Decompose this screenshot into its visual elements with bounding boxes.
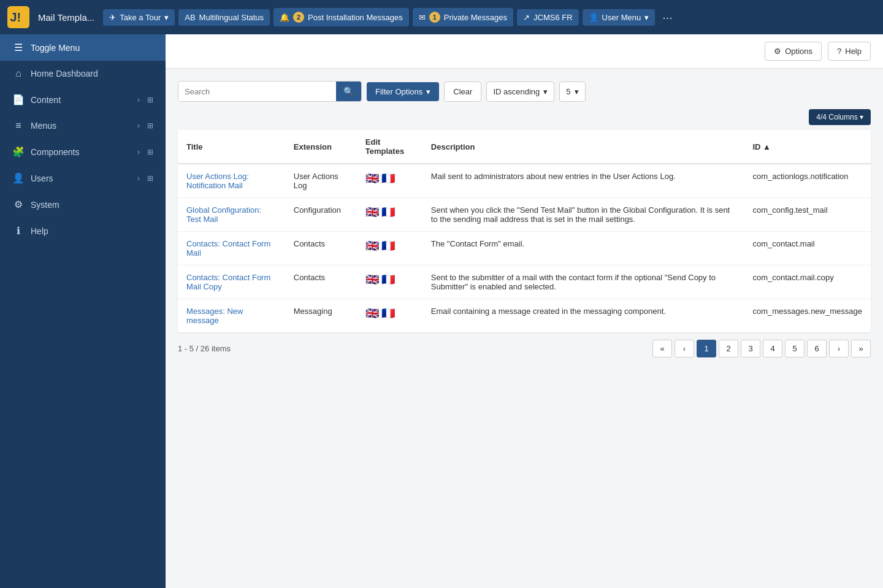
page-button[interactable]: 6 (807, 340, 827, 357)
jcms-button[interactable]: ↗ JCMS6 FR (517, 9, 579, 26)
private-messages-button[interactable]: ✉ 1 Private Messages (413, 8, 513, 26)
multilingual-icon: AB (185, 13, 195, 22)
search-input[interactable] (178, 82, 336, 101)
clear-button[interactable]: Clear (444, 82, 481, 102)
menus-icon: ≡ (12, 120, 25, 131)
sidebar-item-users[interactable]: 👤 Users › ⊞ (0, 165, 166, 191)
th-edit-templates[interactable]: Edit Templates (357, 130, 422, 164)
page-title: Mail Templa... (38, 12, 94, 23)
page-button[interactable]: ‹ (675, 340, 694, 357)
sidebar-item-home-dashboard[interactable]: ⌂ Home Dashboard (0, 61, 166, 86)
grid-icon: ⊞ (147, 121, 153, 130)
user-icon: 👤 (589, 13, 598, 22)
cell-extension: Configuration (285, 198, 357, 232)
flag-icon: 🇫🇷 (381, 307, 395, 320)
title-link[interactable]: Contacts: Contact Form Mail (186, 239, 270, 258)
items-per-page-select[interactable]: 5 ▾ (559, 82, 585, 102)
sidebar-item-menus[interactable]: ≡ Menus › ⊞ (0, 113, 166, 139)
page-button[interactable]: 2 (719, 340, 738, 357)
help-button[interactable]: ? Help (828, 42, 871, 61)
cell-id: com_contact.mail.copy (744, 265, 871, 299)
gear-icon: ⚙ (774, 47, 781, 56)
page-button[interactable]: 4 (763, 340, 782, 357)
more-options-button[interactable]: ··· (659, 8, 676, 27)
grid-icon: ⊞ (147, 148, 153, 156)
joomla-logo-icon: J! (7, 6, 29, 28)
flag-icon: 🇬🇧 (365, 172, 379, 185)
multilingual-status-button[interactable]: AB Multilingual Status (178, 9, 270, 26)
svg-text:J!: J! (10, 10, 21, 24)
title-link[interactable]: Contacts: Contact Form Mail Copy (186, 273, 270, 291)
title-link[interactable]: Messages: New message (186, 307, 243, 325)
cell-flags: 🇬🇧 🇫🇷 (357, 164, 422, 198)
sidebar-item-content[interactable]: 📄 Content › ⊞ (0, 86, 166, 113)
filter-row: 🔍 Filter Options ▾ Clear ID ascending ▾ … (178, 81, 871, 102)
take-tour-button[interactable]: ✈ Take a Tour ▾ (103, 9, 175, 26)
sidebar-item-label: Toggle Menu (31, 43, 153, 53)
page-button[interactable]: 5 (785, 340, 805, 357)
search-button[interactable]: 🔍 (336, 82, 361, 101)
page-button[interactable]: » (851, 340, 871, 357)
cell-title: Messages: New message (178, 299, 285, 333)
cell-flags: 🇬🇧 🇫🇷 (357, 265, 422, 299)
sidebar-item-toggle-menu[interactable]: ☰ Toggle Menu (0, 34, 166, 61)
search-icon: 🔍 (343, 86, 354, 96)
th-title[interactable]: Title (178, 130, 285, 164)
filter-options-button[interactable]: Filter Options ▾ (367, 82, 439, 101)
cell-description: Email containing a message created in th… (422, 299, 744, 333)
chevron-down-icon: ▾ (644, 13, 649, 22)
user-menu-button[interactable]: 👤 User Menu ▾ (583, 9, 656, 26)
th-description[interactable]: Description (422, 130, 744, 164)
hamburger-icon: ☰ (12, 42, 25, 53)
flag-icon: 🇫🇷 (381, 239, 395, 253)
cell-id: com_actionlogs.notification (744, 164, 871, 198)
cell-flags: 🇬🇧 🇫🇷 (357, 232, 422, 265)
cell-description: Sent when you click the "Send Test Mail"… (422, 198, 744, 232)
content-area: 🔍 Filter Options ▾ Clear ID ascending ▾ … (166, 69, 883, 377)
post-install-button[interactable]: 🔔 2 Post Installation Messages (273, 8, 409, 26)
th-id[interactable]: ID ▲ (744, 130, 871, 164)
cell-flags: 🇬🇧 🇫🇷 (357, 198, 422, 232)
home-icon: ⌂ (12, 68, 25, 79)
pagination-row: 1 - 5 / 26 items «‹123456›» (178, 332, 871, 365)
system-icon: ⚙ (12, 199, 25, 210)
table-row: Global Configuration: Test Mail Configur… (178, 198, 871, 232)
page-button[interactable]: « (652, 340, 672, 357)
pagination: «‹123456›» (652, 340, 871, 357)
page-button[interactable]: 1 (697, 340, 716, 357)
cell-description: Mail sent to administrators about new en… (422, 164, 744, 198)
bell-icon: 🔔 (280, 13, 289, 22)
page-button[interactable]: › (829, 340, 849, 357)
title-link[interactable]: User Actions Log: Notification Mail (186, 172, 249, 190)
sidebar-item-label: System (31, 200, 153, 210)
cell-description: Sent to the submitter of a mail with the… (422, 265, 744, 299)
th-extension[interactable]: Extension (285, 130, 357, 164)
table-row: Messages: New message Messaging 🇬🇧 🇫🇷 Em… (178, 299, 871, 333)
users-icon: 👤 (12, 172, 25, 184)
external-link-icon: ↗ (523, 13, 530, 22)
cell-id: com_contact.mail (744, 232, 871, 265)
sidebar-item-label: Content (31, 95, 131, 105)
sidebar-item-system[interactable]: ⚙ System (0, 191, 166, 218)
columns-button[interactable]: 4/4 Columns ▾ (809, 109, 871, 125)
sidebar-item-label: Users (31, 174, 131, 183)
sort-select[interactable]: ID ascending ▾ (486, 82, 554, 102)
cell-title: User Actions Log: Notification Mail (178, 164, 285, 198)
title-link[interactable]: Global Configuration: Test Mail (186, 205, 261, 224)
options-button[interactable]: ⚙ Options (765, 42, 822, 61)
sidebar-item-label: Help (31, 226, 153, 236)
cell-id: com_messages.new_message (744, 299, 871, 333)
main-content: ⚙ Options ? Help 🔍 Filter Options ▾ (166, 34, 883, 588)
logo: J! (7, 6, 29, 28)
sidebar-item-help[interactable]: ℹ Help (0, 218, 166, 244)
cell-extension: Contacts (285, 265, 357, 299)
components-icon: 🧩 (12, 146, 25, 158)
sidebar-item-components[interactable]: 🧩 Components › ⊞ (0, 139, 166, 165)
chevron-right-icon: › (137, 96, 140, 104)
chevron-right-icon: › (137, 121, 140, 130)
cell-title: Contacts: Contact Form Mail (178, 232, 285, 265)
cell-extension: Contacts (285, 232, 357, 265)
page-button[interactable]: 3 (741, 340, 760, 357)
question-icon: ? (837, 47, 841, 56)
data-table: Title Extension Edit Templates Descripti… (178, 130, 871, 332)
